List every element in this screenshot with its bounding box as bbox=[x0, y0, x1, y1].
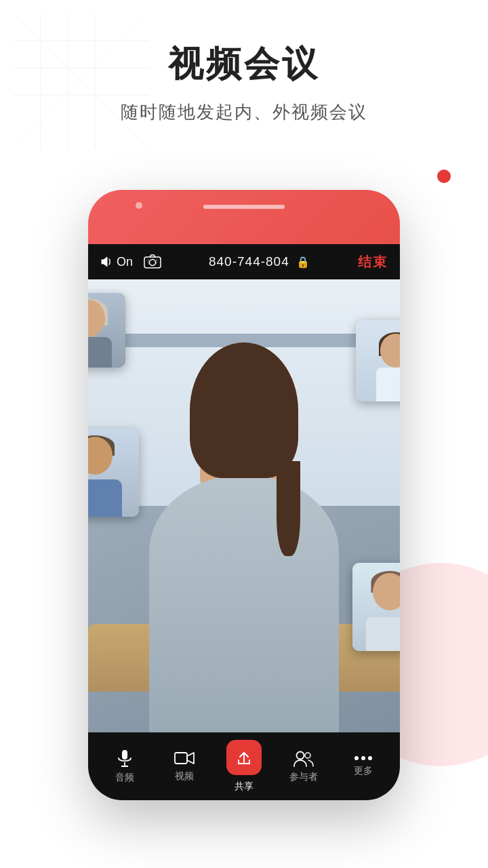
phone-top-bar bbox=[88, 190, 400, 244]
video-area bbox=[88, 279, 400, 732]
meeting-id-display: 840-744-804 🔒 bbox=[168, 254, 351, 269]
thumb4-head bbox=[373, 573, 400, 610]
microphone-icon bbox=[116, 749, 134, 768]
lock-icon: 🔒 bbox=[296, 256, 310, 268]
svg-point-15 bbox=[297, 752, 304, 760]
bottom-toolbar: 音频 视频 bbox=[88, 732, 400, 800]
call-status-bar: On 840-744-804 🔒 结束 bbox=[88, 244, 400, 279]
phone-mockup: On 840-744-804 🔒 结束 bbox=[88, 190, 400, 800]
end-call-button[interactable]: 结束 bbox=[358, 253, 388, 271]
person-body bbox=[149, 475, 339, 732]
more-tab-label: 更多 bbox=[354, 765, 373, 777]
svg-rect-13 bbox=[175, 753, 187, 764]
person-hair bbox=[190, 342, 298, 478]
thumb2-body bbox=[376, 368, 400, 401]
thumb4-body bbox=[366, 617, 400, 651]
participants-tab-label: 参与者 bbox=[289, 771, 318, 783]
thumb1-body bbox=[88, 337, 112, 368]
svg-point-9 bbox=[150, 260, 156, 266]
svg-point-19 bbox=[368, 756, 372, 760]
person-hair-side bbox=[277, 461, 300, 556]
thumb3-body bbox=[88, 479, 122, 517]
camera-switch-icon[interactable] bbox=[144, 254, 161, 269]
phone-camera-dot bbox=[136, 202, 142, 209]
toolbar-video[interactable]: 视频 bbox=[155, 750, 214, 783]
phone-frame: On 840-744-804 🔒 结束 bbox=[88, 190, 400, 800]
audio-on-label: On bbox=[117, 255, 133, 269]
share-tab-label: 共享 bbox=[235, 781, 253, 793]
svg-point-18 bbox=[361, 756, 365, 760]
thumbnail-participant-1[interactable] bbox=[88, 293, 125, 368]
audio-tab-label: 音频 bbox=[115, 772, 134, 784]
toolbar-more[interactable]: 更多 bbox=[333, 755, 393, 777]
video-icon bbox=[174, 750, 195, 766]
more-icon bbox=[354, 755, 372, 761]
svg-point-17 bbox=[354, 756, 359, 760]
thumbnail-participant-4[interactable] bbox=[352, 563, 400, 651]
svg-point-16 bbox=[305, 753, 310, 758]
page-title: 视频会议 bbox=[0, 41, 488, 88]
share-icon bbox=[235, 749, 253, 766]
toolbar-share[interactable]: 共享 bbox=[214, 740, 274, 793]
thumbnail-participant-2[interactable] bbox=[356, 320, 400, 401]
main-participant bbox=[129, 339, 359, 732]
video-tab-label: 视频 bbox=[175, 770, 194, 783]
svg-rect-10 bbox=[122, 750, 127, 760]
share-icon-box bbox=[226, 740, 262, 775]
toolbar-audio[interactable]: 音频 bbox=[95, 749, 155, 784]
toolbar-participants[interactable]: 参与者 bbox=[274, 749, 333, 783]
phone-notch-bar bbox=[203, 205, 285, 209]
speaker-icon bbox=[100, 256, 114, 268]
audio-status: On bbox=[100, 255, 133, 269]
decorative-red-dot bbox=[437, 170, 451, 183]
participants-icon bbox=[293, 749, 314, 767]
thumbnail-participant-3[interactable] bbox=[88, 429, 139, 517]
header-section: 视频会议 随时随地发起内、外视频会议 bbox=[0, 41, 488, 124]
svg-rect-8 bbox=[144, 257, 161, 268]
page-subtitle: 随时随地发起内、外视频会议 bbox=[0, 100, 488, 124]
